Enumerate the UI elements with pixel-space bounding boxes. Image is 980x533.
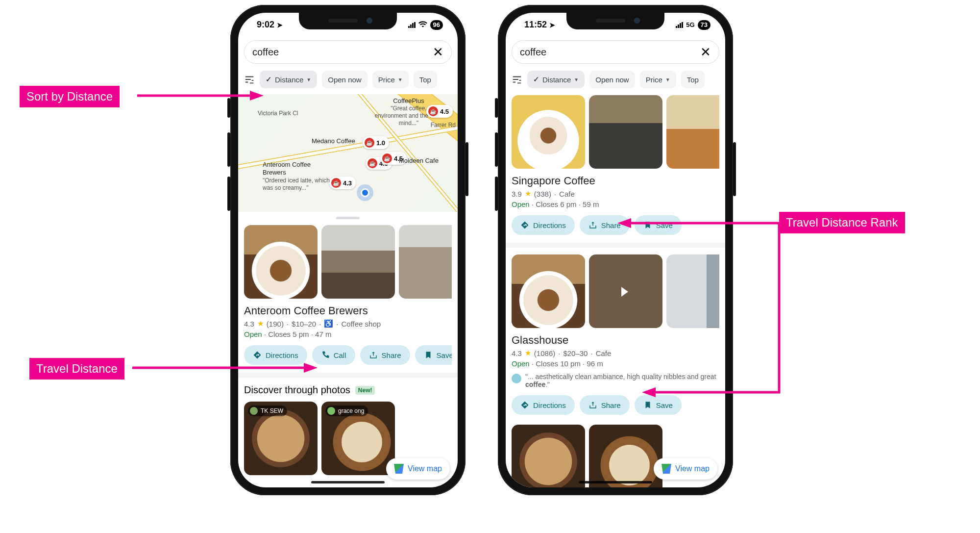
map-pin[interactable]: ☕4.5: [426, 105, 453, 118]
travel-distance: 96 m: [587, 359, 603, 368]
place-title[interactable]: Singapore Coffee: [512, 175, 719, 187]
home-indicator: [579, 481, 652, 483]
travel-distance: 47 m: [315, 330, 331, 338]
search-query-text: coffee: [252, 47, 279, 58]
photo-thumb[interactable]: [321, 225, 395, 299]
chip-open-now[interactable]: Open now: [589, 71, 635, 88]
annotation-distance: Travel Distance: [29, 358, 124, 380]
coffee-cup-icon: ☕: [365, 138, 374, 148]
photo-thumb[interactable]: [512, 254, 585, 328]
reviewer-avatar-icon: [512, 374, 521, 383]
photo-thumb[interactable]: [666, 95, 719, 169]
view-map-button[interactable]: View map: [386, 458, 450, 480]
road-label: Victoria Park Cl: [258, 110, 298, 117]
map-poi-label: Medano Coffee: [312, 137, 355, 145]
chip-top[interactable]: Top: [414, 71, 437, 88]
travel-distance: 59 m: [583, 200, 599, 208]
new-badge: New!: [355, 386, 375, 395]
location-arrow-icon: ➤: [549, 21, 555, 29]
place-meta: 4.3 ★ (190) · $10–20 · ♿ · Coffee shop: [244, 319, 452, 328]
chip-top[interactable]: Top: [681, 71, 705, 88]
save-button[interactable]: Save: [415, 345, 452, 365]
view-map-button[interactable]: View map: [654, 458, 717, 480]
place-meta: 3.9 ★ (338) · Cafe: [512, 189, 719, 198]
user-chip: grace ong: [325, 406, 368, 416]
road-label: Farrer Rd: [431, 122, 456, 129]
svg-marker-6: [642, 387, 656, 397]
chevron-down-icon: ▼: [306, 77, 311, 82]
annotation-rank: Travel Distance Rank: [779, 212, 905, 233]
photo-thumb[interactable]: [589, 425, 662, 487]
svg-marker-5: [617, 218, 631, 228]
filter-chips: ✓ Distance ▼ Open now Price▼ Top: [512, 71, 719, 88]
check-icon: ✓: [533, 75, 539, 84]
photo-thumb[interactable]: [512, 425, 585, 487]
map-icon: [394, 464, 404, 474]
phone-notch: [566, 13, 664, 29]
coffee-cup-icon: ☕: [428, 106, 438, 116]
share-button[interactable]: Share: [360, 345, 410, 365]
coffee-cup-icon: ☕: [382, 153, 392, 163]
star-icon: ★: [525, 349, 531, 357]
chevron-down-icon: ▼: [574, 77, 579, 82]
chip-price[interactable]: Price▼: [640, 71, 676, 88]
signal-icon: [676, 22, 683, 28]
clear-search-icon[interactable]: ✕: [433, 46, 443, 58]
map-pin[interactable]: ☕1.0: [363, 136, 389, 149]
photo-thumb[interactable]: [589, 95, 662, 169]
chip-open-now[interactable]: Open now: [322, 71, 367, 88]
chip-distance[interactable]: ✓ Distance ▼: [260, 71, 317, 88]
chip-distance[interactable]: ✓ Distance ▼: [527, 71, 585, 88]
place-title[interactable]: Anteroom Coffee Brewers: [244, 305, 452, 317]
photo-thumb[interactable]: TK SEW: [244, 402, 318, 475]
directions-button[interactable]: Directions: [512, 395, 575, 415]
photo-thumb[interactable]: [244, 225, 318, 299]
filter-chips: ✓ Distance ▼ Open now Price▼ Top: [244, 71, 452, 88]
location-arrow-icon: ➤: [277, 21, 283, 29]
phone-notch: [299, 13, 397, 29]
chevron-down-icon: ▼: [665, 77, 670, 82]
star-icon: ★: [257, 319, 264, 328]
place-hours: Open · Closes 5 pm · 47 m: [244, 330, 452, 338]
photo-thumb[interactable]: grace ong: [321, 402, 395, 475]
chevron-down-icon: ▼: [398, 77, 403, 82]
home-indicator: [311, 481, 385, 483]
status-time: 11:52: [524, 20, 547, 29]
status-time: 9:02: [257, 20, 274, 29]
photo-thumb[interactable]: [399, 225, 452, 299]
share-button[interactable]: Share: [580, 395, 630, 415]
sheet-handle[interactable]: [336, 217, 360, 219]
wheelchair-icon: ♿: [324, 319, 333, 328]
map-area[interactable]: CoffeePlus "Great coffee, environment an…: [238, 94, 458, 212]
map-pin[interactable]: ☕4.3: [329, 177, 356, 189]
svg-marker-1: [250, 91, 264, 101]
check-icon: ✓: [266, 75, 272, 84]
map-poi-label: CoffeePlus: [374, 97, 443, 105]
place-photos[interactable]: [244, 225, 452, 299]
wifi-icon: [418, 21, 427, 29]
svg-marker-3: [304, 363, 318, 373]
battery-icon: 73: [698, 20, 710, 30]
directions-button[interactable]: Directions: [512, 215, 575, 235]
coffee-cup-icon: ☕: [368, 158, 377, 168]
tune-icon[interactable]: [512, 74, 522, 85]
section-discover: Discover through photos New!: [244, 384, 452, 396]
star-icon: ★: [525, 189, 531, 198]
chip-price[interactable]: Price▼: [372, 71, 409, 88]
battery-icon: 96: [430, 20, 443, 30]
map-poi-label: Moideen Cafe: [399, 157, 439, 165]
search-input[interactable]: coffee ✕: [244, 40, 452, 64]
current-location-dot: [361, 188, 369, 197]
signal-icon: [408, 22, 416, 28]
map-icon: [662, 464, 671, 474]
clear-search-icon[interactable]: ✕: [700, 46, 711, 58]
place-hours: Open · Closes 6 pm · 59 m: [512, 200, 719, 208]
annotation-sort: Sort by Distance: [20, 86, 120, 107]
coffee-cup-icon: ☕: [331, 178, 341, 188]
user-chip: TK SEW: [248, 406, 287, 416]
search-input[interactable]: coffee ✕: [512, 40, 719, 64]
map-poi-label: Anteroom Coffee Brewers: [263, 161, 331, 177]
photo-thumb[interactable]: [512, 95, 585, 169]
network-label: 5G: [686, 21, 694, 28]
search-query-text: coffee: [520, 47, 546, 58]
